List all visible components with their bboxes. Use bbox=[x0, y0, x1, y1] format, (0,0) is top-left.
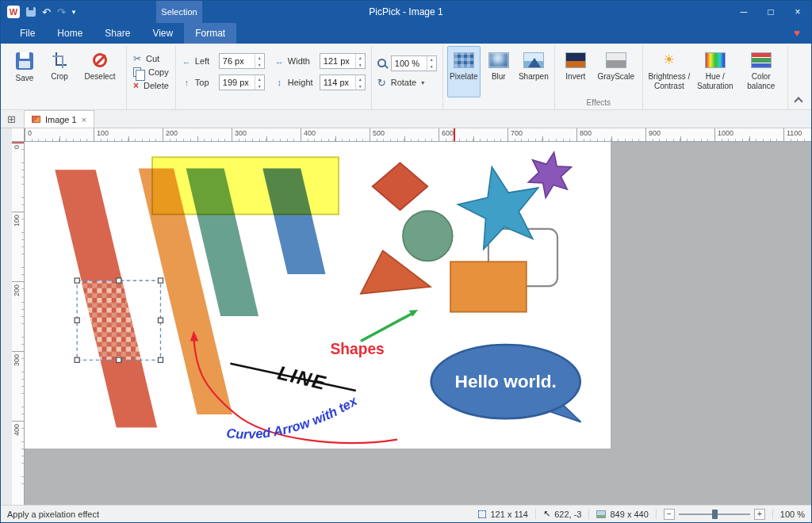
ribbon-group-position: ← Left 76 px ▲▼ ↔ Width 121 px bbox=[176, 46, 372, 109]
sharpen-button[interactable]: Sharpen bbox=[517, 46, 550, 97]
cursor-position-indicator: ↖ 622, -3 bbox=[543, 509, 581, 519]
zoom-level-value: 100 % bbox=[780, 510, 805, 519]
delete-button[interactable]: × Delete bbox=[133, 80, 169, 91]
deselect-button[interactable]: Deselect bbox=[78, 46, 122, 97]
save-button[interactable]: Save bbox=[8, 46, 41, 97]
tab-home[interactable]: Home bbox=[46, 23, 94, 44]
ribbon-group-edit: Save Crop Deselect bbox=[4, 46, 127, 109]
spin-up-icon[interactable]: ▲ bbox=[356, 75, 365, 82]
cut-label: Cut bbox=[146, 54, 159, 63]
zoom-spinner-arrows[interactable]: ▲▼ bbox=[427, 56, 436, 71]
cursor-icon: ↖ bbox=[543, 509, 550, 519]
window-controls: ─ □ × bbox=[730, 1, 811, 23]
horizontal-ruler: 010020030040050060070080090010001100 bbox=[25, 128, 811, 142]
width-spinner-arrows[interactable]: ▲▼ bbox=[355, 54, 365, 68]
hue-saturation-button[interactable]: Hue / Saturation bbox=[693, 46, 737, 97]
top-spinner-arrows[interactable]: ▲▼ bbox=[255, 75, 264, 90]
document-tab-image1[interactable]: Image 1 × bbox=[24, 110, 94, 128]
line-label[interactable]: LINE bbox=[276, 361, 329, 394]
tab-file[interactable]: File bbox=[9, 23, 46, 44]
green-arrow-line[interactable] bbox=[361, 314, 412, 341]
ribbon-group-filters: Pixelate Blur Sharpen bbox=[443, 46, 555, 109]
undo-icon[interactable]: ↶ bbox=[42, 7, 51, 17]
deselect-label: Deselect bbox=[85, 72, 116, 82]
ribbon-group-clipboard: ✂ Cut Copy × Delete bbox=[127, 46, 176, 109]
copy-button[interactable]: Copy bbox=[133, 67, 169, 77]
height-spinner-arrows[interactable]: ▲▼ bbox=[355, 75, 365, 90]
rotate-button[interactable]: ↻ Rotate ▾ bbox=[377, 77, 437, 89]
zoom-spinner[interactable]: 100 % ▲▼ bbox=[391, 55, 437, 71]
ribbon-group-view: 100 % ▲▼ ↻ Rotate ▾ bbox=[372, 46, 443, 109]
rotate-label: Rotate bbox=[391, 78, 416, 87]
tab-format[interactable]: Format bbox=[184, 23, 236, 44]
tab-share[interactable]: Share bbox=[94, 23, 141, 44]
close-button[interactable]: × bbox=[784, 1, 811, 23]
grayscale-label: GrayScale bbox=[597, 72, 634, 82]
left-spinner[interactable]: 76 px ▲▼ bbox=[219, 53, 265, 69]
top-spinner[interactable]: 199 px ▲▼ bbox=[219, 74, 265, 90]
height-spinner[interactable]: 114 px ▲▼ bbox=[320, 74, 366, 90]
collapse-ribbon-icon[interactable] bbox=[795, 96, 802, 103]
heart-icon[interactable]: ♥ bbox=[794, 27, 800, 39]
spin-down-icon[interactable]: ▼ bbox=[356, 61, 365, 68]
crop-button[interactable]: Crop bbox=[43, 46, 76, 97]
spin-down-icon[interactable]: ▼ bbox=[255, 61, 264, 68]
h-ruler-cell: 400 bbox=[301, 128, 370, 142]
orange-rectangle-shape[interactable] bbox=[450, 262, 527, 311]
hue-saturation-label: Hue / Saturation bbox=[694, 72, 737, 90]
blur-thumbnail-icon bbox=[488, 52, 509, 68]
cut-button[interactable]: ✂ Cut bbox=[133, 53, 169, 64]
shapes-label[interactable]: Shapes bbox=[331, 341, 385, 357]
scissors-icon: ✂ bbox=[133, 53, 141, 64]
workspace: 010020030040050060070080090010001100 010… bbox=[1, 128, 811, 505]
close-tab-icon[interactable]: × bbox=[82, 115, 86, 124]
width-spinner[interactable]: 121 px ▲▼ bbox=[320, 53, 366, 69]
minimize-button[interactable]: ─ bbox=[730, 1, 757, 23]
invert-button[interactable]: Invert bbox=[559, 46, 592, 97]
brightness-contrast-label: Brightness / Contrast bbox=[648, 72, 691, 90]
zoom-out-button[interactable]: − bbox=[664, 509, 675, 520]
yellow-rectangle[interactable] bbox=[152, 157, 339, 214]
pixelated-region[interactable] bbox=[81, 281, 141, 360]
spin-up-icon[interactable]: ▲ bbox=[356, 54, 365, 61]
tab-view[interactable]: View bbox=[141, 23, 184, 44]
v-ruler-cell: 100 bbox=[12, 212, 25, 281]
spin-down-icon[interactable]: ▼ bbox=[356, 82, 365, 90]
spin-down-icon[interactable]: ▼ bbox=[255, 82, 264, 90]
spin-up-icon[interactable]: ▲ bbox=[255, 75, 264, 82]
spin-up-icon[interactable]: ▲ bbox=[255, 54, 264, 61]
blur-button[interactable]: Blur bbox=[482, 46, 515, 97]
zoom-in-button[interactable]: + bbox=[754, 509, 765, 520]
h-ruler-cell: 600 bbox=[439, 128, 508, 142]
pixelate-button[interactable]: Pixelate bbox=[447, 46, 481, 97]
spin-up-icon[interactable]: ▲ bbox=[427, 56, 436, 63]
blur-label: Blur bbox=[492, 72, 506, 82]
left-spinner-arrows[interactable]: ▲▼ bbox=[255, 54, 264, 68]
workspace-grid-icon[interactable]: ⊞ bbox=[7, 113, 16, 125]
circle-shape[interactable] bbox=[403, 211, 453, 261]
save-icon[interactable] bbox=[26, 7, 36, 17]
chevron-down-icon: ▾ bbox=[421, 79, 424, 86]
left-gutter bbox=[1, 128, 12, 505]
grayscale-button[interactable]: GrayScale bbox=[594, 46, 638, 97]
diamond-shape[interactable] bbox=[373, 162, 428, 210]
zoom-slider[interactable] bbox=[679, 509, 750, 520]
invert-label: Invert bbox=[565, 72, 585, 82]
customize-toolbar-icon[interactable]: ▾ bbox=[72, 9, 76, 16]
speech-bubble-text[interactable]: Hello world. bbox=[455, 371, 557, 391]
zoom-slider-thumb[interactable] bbox=[712, 510, 718, 519]
color-balance-button[interactable]: Color balance bbox=[739, 46, 783, 97]
canvas-viewport[interactable]: Shapes LINE Curved Arrow with text Hello… bbox=[25, 142, 811, 505]
sharpen-thumbnail-icon bbox=[523, 52, 544, 68]
redo-icon[interactable]: ↷ bbox=[57, 7, 66, 17]
height-value: 114 px bbox=[320, 75, 355, 90]
color-balance-icon bbox=[751, 52, 772, 68]
image-size-icon bbox=[596, 510, 606, 518]
spin-down-icon[interactable]: ▼ bbox=[427, 63, 436, 71]
window-title: PicPick - Image 1 bbox=[369, 6, 442, 17]
left-label: Left bbox=[195, 56, 216, 66]
brightness-contrast-button[interactable]: ☀ Brightness / Contrast bbox=[647, 46, 691, 97]
image-canvas[interactable]: Shapes LINE Curved Arrow with text Hello… bbox=[25, 142, 611, 449]
titlebar: W ↶ ↷ ▾ Selection PicPick - Image 1 ─ □ … bbox=[1, 1, 811, 23]
maximize-button[interactable]: □ bbox=[757, 1, 784, 23]
